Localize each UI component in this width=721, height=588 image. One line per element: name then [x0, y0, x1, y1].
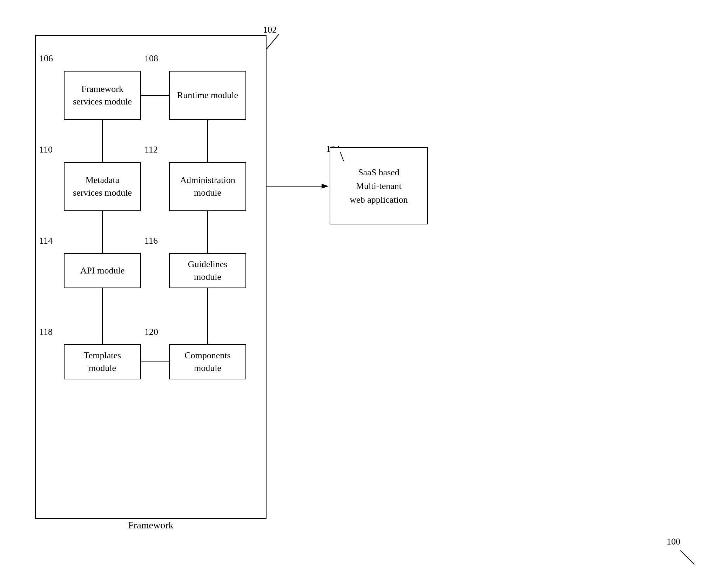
diagram-container: 102 Framework 106 Frameworkservices modu… [14, 14, 708, 575]
api-label: API module [80, 264, 124, 277]
templates-label: Templatesmodule [84, 349, 121, 375]
ref-120: 120 [144, 327, 158, 337]
metadata-services-module: Metadataservices module [64, 162, 141, 211]
administration-label: Administrationmodule [180, 174, 235, 200]
svg-line-10 [267, 34, 279, 49]
ref-112: 112 [144, 144, 158, 155]
framework-outer-box: Framework 106 Frameworkservices module 1… [35, 35, 267, 519]
saas-module: SaaS basedMulti-tenantweb application [330, 147, 428, 224]
framework-label: Framework [128, 520, 173, 531]
ref-108: 108 [144, 53, 158, 64]
runtime-label: Runtime module [177, 89, 238, 102]
framework-services-label: Frameworkservices module [73, 83, 132, 108]
ref-118: 118 [39, 327, 53, 337]
ref-114: 114 [39, 236, 53, 246]
framework-services-module: Frameworkservices module [64, 71, 141, 120]
components-module: Componentsmodule [169, 344, 246, 379]
guidelines-label: Guidelinesmodule [188, 258, 228, 284]
templates-module: Templatesmodule [64, 344, 141, 379]
ref-102: 102 [263, 25, 277, 35]
ref-116: 116 [144, 236, 158, 246]
ref-110: 110 [39, 144, 53, 155]
api-module: API module [64, 253, 141, 288]
svg-line-12 [680, 550, 694, 565]
ref-100: 100 [667, 536, 680, 547]
administration-module: Administrationmodule [169, 162, 246, 211]
runtime-module: Runtime module [169, 71, 246, 120]
guidelines-module: Guidelinesmodule [169, 253, 246, 288]
components-label: Componentsmodule [184, 349, 230, 375]
saas-label: SaaS basedMulti-tenantweb application [350, 165, 407, 207]
metadata-services-label: Metadataservices module [73, 174, 132, 200]
ref-106: 106 [39, 53, 53, 64]
